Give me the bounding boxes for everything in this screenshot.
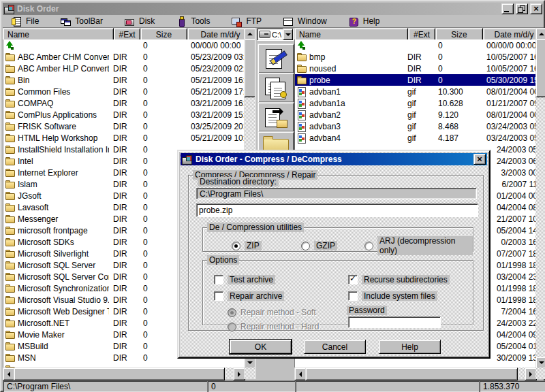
file-cell: gif	[403, 109, 433, 120]
file-row-probe[interactable]: probeDIR005/30/2009 15:3	[295, 74, 535, 86]
file-name: Movie Maker	[18, 330, 65, 340]
file-name: Microsoft Web Designer T...	[18, 307, 109, 316]
file-row[interactable]: 000/00/0 00:00	[295, 39, 535, 51]
file-cell	[403, 39, 433, 51]
file-row-advban4[interactable]: advban4gif4.18703/24/2003 05:5	[295, 132, 535, 144]
drive-selector[interactable]: C:\	[257, 28, 294, 41]
toolbar-icon	[60, 16, 71, 27]
file-row-abc-amber-chm-converter[interactable]: ABC Amber CHM ConverterDIR005/23/2009 03…	[3, 51, 244, 63]
menu-item-file[interactable]: File	[10, 16, 40, 27]
utilities-group-box: De / Compression utilities ZIP GZIP ARJ …	[202, 223, 473, 252]
left-horizontal-scrollbar[interactable]	[3, 368, 244, 379]
file-cell: DIR	[109, 120, 138, 132]
right-hscroll-thumb[interactable]	[305, 368, 518, 380]
file-name: Lavasoft	[18, 203, 48, 212]
file-row-advban2[interactable]: advban2gif9.12008/01/2004 00:5	[295, 109, 535, 120]
folder-icon	[5, 168, 16, 178]
file-cell: DIR	[109, 317, 138, 329]
radio-zip[interactable]: ZIP	[232, 241, 262, 250]
file-row-bmp[interactable]: bmpDIR010/05/2007 16:5	[295, 51, 535, 63]
copy-button[interactable]	[258, 73, 294, 103]
folder-icon	[5, 353, 16, 363]
checkbox-include-system-files[interactable]: Include system files	[348, 291, 437, 301]
menu-item-window[interactable]: Window	[281, 16, 328, 27]
disk-order-window: Disk Order FileToolBarDiskToolsFTPWindow…	[0, 0, 545, 392]
file-cell: 05/21/2009 17:2	[189, 86, 244, 97]
file-row-advban3[interactable]: advban3gif8.46803/24/2003 05:0	[295, 120, 535, 132]
checkbox-repair-archive[interactable]: Repair archive	[214, 291, 284, 301]
file-cell: DIR	[109, 306, 138, 317]
right-horizontal-scrollbar[interactable]	[294, 368, 535, 379]
left-column-headers: Name#ExtSizeDate m/d/y	[3, 28, 244, 39]
folder-icon	[296, 52, 307, 62]
file-cell: 0	[138, 51, 189, 63]
folder-icon	[5, 226, 16, 235]
right-vertical-scrollbar[interactable]	[535, 28, 545, 368]
restore-button[interactable]	[516, 3, 528, 14]
file-row-complus-applications[interactable]: ComPlus ApplicationsDIR003/21/2009 15:3	[3, 109, 244, 120]
file-cell: DIR	[109, 190, 138, 201]
file-cell: DIR	[403, 74, 433, 86]
left-hscroll-thumb[interactable]	[14, 368, 225, 380]
ok-button[interactable]: OK	[230, 340, 292, 354]
file-name: FRISK Software	[18, 122, 76, 131]
right-vscroll-thumb[interactable]	[535, 39, 545, 97]
file-row-html-help-workshop[interactable]: HTML Help WorkshopDIR005/21/2009 10:4	[3, 132, 244, 144]
file-row-bin[interactable]: BinDIR005/21/2009 16:3	[3, 74, 244, 86]
file-name: MSN	[18, 353, 36, 363]
file-row-advban1a[interactable]: advban1agif10.62801/21/2007 09:5	[295, 97, 535, 109]
file-name: ABC Amber HLP Converter	[18, 64, 109, 74]
menu-item-ftp[interactable]: FTP	[230, 16, 263, 27]
file-cell: 3/2003 00:5	[484, 167, 535, 178]
file-cell: DIR	[109, 236, 138, 248]
file-cell: DIR	[109, 201, 138, 213]
file-cell: DIR	[109, 51, 138, 63]
folder-icon	[5, 330, 16, 340]
radio-arj[interactable]: ARJ (decompression only)	[364, 241, 473, 250]
file-cell: DIR	[109, 155, 138, 167]
file-name: InstallShield Installation Info...	[18, 145, 109, 154]
menu-item-disk[interactable]: Disk	[123, 16, 156, 27]
dialog-close-icon[interactable]	[473, 154, 486, 165]
file-name: Microsoft SDKs	[18, 238, 74, 247]
edit-button[interactable]	[258, 44, 294, 74]
file-cell: 0	[138, 86, 189, 97]
file-row-compaq[interactable]: COMPAQDIR003/21/2009 16:1	[3, 97, 244, 109]
file-row-advban1[interactable]: advban1gif10.30008/01/2004 00:5	[295, 86, 535, 97]
menu-item-tools[interactable]: Tools	[174, 16, 211, 27]
file-cell: 05/21/2009 10:4	[189, 132, 244, 144]
up-directory-icon	[296, 41, 307, 50]
file-cell: DIR	[109, 329, 138, 340]
radio-repair-method-soft: Repair method - Soft	[228, 308, 316, 317]
radio-gzip[interactable]: GZIP	[301, 241, 337, 250]
menu-item-toolbar[interactable]: ToolBar	[59, 16, 104, 27]
file-name: COMPAQ	[18, 99, 53, 108]
file-row-common-files[interactable]: Common FilesDIR005/21/2009 17:2	[3, 86, 244, 97]
file-cell: 0	[433, 51, 484, 63]
help-button[interactable]: Help	[379, 340, 441, 354]
checkbox-recurse-subdirectories[interactable]: Recurse subdirectories	[348, 275, 450, 284]
file-name: noused	[309, 64, 336, 74]
utilities-group-title: De / Compression utilities	[207, 223, 304, 232]
cancel-button[interactable]: Cancel	[304, 340, 366, 354]
minimize-button[interactable]	[501, 3, 514, 14]
checkbox-test-archive[interactable]: Test archive	[214, 275, 275, 284]
archive-name-input[interactable]	[196, 203, 478, 217]
menu-item-help[interactable]: Help	[347, 16, 382, 27]
folder-icon	[5, 52, 16, 62]
move-button[interactable]	[258, 102, 294, 132]
password-input[interactable]	[348, 316, 441, 328]
file-row[interactable]: 000/00/0 00:00	[3, 39, 244, 51]
file-cell: 24/2003 05:4	[484, 144, 535, 155]
password-label: Password	[347, 306, 387, 315]
chevron-down-icon[interactable]	[283, 29, 293, 40]
file-name: Common Files	[18, 87, 70, 97]
file-cell: 0	[433, 39, 484, 51]
file-row-abc-amber-hlp-converter[interactable]: ABC Amber HLP ConverterDIR005/23/2009 02…	[3, 63, 244, 74]
folder-icon	[5, 122, 16, 131]
file-row-noused[interactable]: nousedDIR010/05/2007 16:5	[295, 63, 535, 74]
close-button[interactable]	[530, 3, 542, 14]
file-row-frisk-software[interactable]: FRISK SoftwareDIR003/25/2009 20:5	[3, 120, 244, 132]
folder-icon	[296, 64, 307, 74]
file-name: Microsoft SQL Server	[18, 261, 95, 270]
